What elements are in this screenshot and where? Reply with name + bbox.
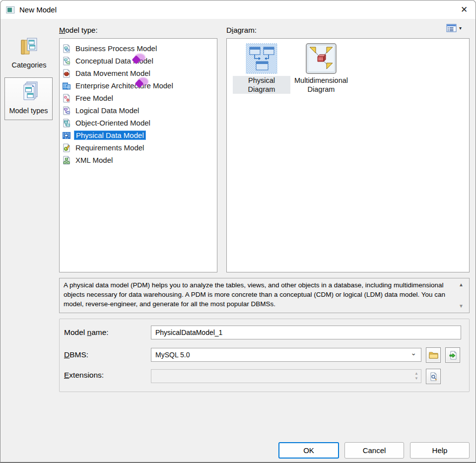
spin-down-icon[interactable]: ▼ bbox=[414, 377, 418, 381]
cancel-button[interactable]: Cancel bbox=[344, 442, 404, 459]
window-title: New Model bbox=[19, 5, 57, 14]
sidebar-item-categories[interactable]: Categories bbox=[5, 33, 53, 74]
list-item-requirements-model[interactable]: Requirements Model bbox=[60, 141, 217, 154]
list-item-label: Free Model bbox=[74, 93, 115, 103]
model-types-stack-icon bbox=[16, 80, 42, 107]
app-window-icon bbox=[6, 5, 15, 14]
select-extensions-button[interactable] bbox=[426, 369, 441, 384]
diagram-item-label: Physical Diagram bbox=[233, 76, 290, 94]
list-item-label: Conceptual Data Model bbox=[74, 56, 155, 66]
diagram-item-label: Multidimensional Diagram bbox=[292, 76, 350, 94]
folder-icon bbox=[429, 351, 438, 359]
list-item-logical-data-model[interactable]: Logical Data Model bbox=[60, 104, 217, 117]
list-item-object-oriented-model[interactable]: Object-Oriented Model bbox=[60, 117, 217, 129]
list-item-label: Data Movement Model bbox=[74, 68, 152, 78]
list-item-label: Object-Oriented Model bbox=[74, 118, 152, 128]
browse-dbms-file-button[interactable] bbox=[426, 347, 441, 363]
enterprise-architecture-model-icon bbox=[62, 81, 71, 90]
object-oriented-model-icon bbox=[62, 119, 71, 128]
scroll-up-icon[interactable]: ▲ bbox=[458, 281, 465, 288]
list-item-xml-model[interactable]: XML Model bbox=[60, 154, 217, 166]
business-process-model-icon bbox=[62, 44, 71, 53]
diagram-list: Physical Diagram Multidimensional Diagra… bbox=[226, 38, 470, 272]
logical-data-model-icon bbox=[62, 106, 71, 115]
chevron-down-icon: ▾ bbox=[459, 25, 462, 31]
categories-folder-icon bbox=[16, 35, 42, 60]
list-item-enterprise-architecture-model[interactable]: Enterprise Architecture Model bbox=[60, 79, 217, 92]
list-item-label: Physical Data Model bbox=[74, 131, 146, 140]
list-item-data-movement-model[interactable]: Data Movement Model bbox=[60, 67, 217, 79]
diagram-item-multidimensional[interactable]: Multidimensional Diagram bbox=[292, 43, 350, 94]
dbms-label: DBMS: bbox=[64, 350, 88, 359]
model-name-label: Model name: bbox=[64, 328, 109, 337]
list-item-free-model[interactable]: Free Model bbox=[60, 92, 217, 104]
import-dbms-button[interactable] bbox=[445, 347, 460, 363]
model-description-text: A physical data model (PDM) helps you to… bbox=[64, 281, 445, 308]
extensions-label: Extensions: bbox=[64, 371, 104, 380]
extensions-field: ▲ ▼ bbox=[151, 369, 421, 383]
sidebar-item-label: Model types bbox=[5, 107, 52, 115]
physical-diagram-icon bbox=[246, 43, 277, 74]
dbms-combobox[interactable]: MySQL 5.0 ⌄ bbox=[151, 348, 421, 362]
model-type-section-label: Model type: bbox=[59, 26, 98, 34]
page-magnifier-icon bbox=[429, 372, 438, 381]
list-item-label: Logical Data Model bbox=[74, 106, 140, 115]
model-name-input[interactable] bbox=[151, 326, 461, 339]
list-item-physical-data-model[interactable]: Physical Data Model bbox=[60, 129, 217, 141]
list-item-label: XML Model bbox=[74, 155, 114, 165]
list-item-business-process-model[interactable]: Business Process Model bbox=[60, 42, 217, 55]
requirements-model-icon bbox=[62, 143, 71, 152]
diagram-section-label: Diagram: bbox=[226, 26, 257, 34]
scroll-down-icon[interactable]: ▼ bbox=[458, 303, 465, 310]
help-button[interactable]: Help bbox=[410, 442, 470, 459]
chevron-down-icon: ⌄ bbox=[410, 349, 416, 357]
list-item-conceptual-data-model[interactable]: Conceptual Data Model bbox=[60, 55, 217, 67]
list-item-label: Business Process Model bbox=[74, 44, 158, 53]
model-type-list: Business Process Model Conceptual Data M… bbox=[59, 38, 217, 272]
data-movement-model-icon bbox=[62, 69, 71, 78]
page-import-icon bbox=[449, 351, 457, 360]
title-bar: New Model ✕ bbox=[0, 0, 476, 19]
xml-model-icon bbox=[62, 156, 71, 165]
close-icon[interactable]: ✕ bbox=[453, 0, 476, 18]
sidebar-item-model-types[interactable]: Model types bbox=[4, 77, 53, 120]
new-model-dialog: New Model ✕ Model type: Diagram: ▾ C bbox=[0, 0, 476, 463]
physical-data-model-icon bbox=[62, 131, 71, 140]
free-model-icon bbox=[62, 94, 71, 103]
sidebar-item-label: Categories bbox=[5, 61, 53, 69]
model-description: A physical data model (PDM) helps you to… bbox=[59, 278, 470, 313]
diagram-item-physical[interactable]: Physical Diagram bbox=[233, 43, 290, 94]
ok-button[interactable]: OK bbox=[278, 442, 339, 459]
list-item-label: Enterprise Architecture Model bbox=[74, 81, 175, 90]
multidimensional-diagram-icon bbox=[306, 43, 337, 74]
list-item-label: Requirements Model bbox=[74, 143, 145, 152]
details-view-icon bbox=[446, 24, 457, 32]
dbms-selected-value: MySQL 5.0 bbox=[155, 351, 190, 359]
spin-up-icon[interactable]: ▲ bbox=[414, 372, 418, 376]
view-options-button[interactable]: ▾ bbox=[446, 21, 471, 34]
conceptual-data-model-icon bbox=[62, 57, 71, 66]
